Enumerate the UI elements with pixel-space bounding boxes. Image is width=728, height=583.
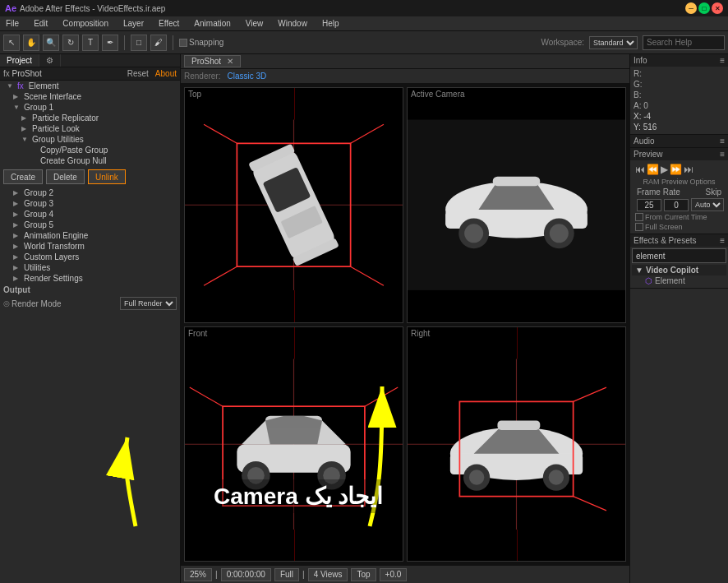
menu-help[interactable]: Help xyxy=(320,19,342,28)
btn-row: Create Delete Unlink xyxy=(0,166,180,187)
effects-item-video-copilot[interactable]: ▼ Video Copilot xyxy=(632,265,726,275)
tree-scene-interface[interactable]: ▶ Scene Interface xyxy=(0,91,180,102)
tree-group5[interactable]: ▶ Group 5 xyxy=(0,220,180,230)
tree-group2[interactable]: ▶ Group 2 xyxy=(0,187,180,198)
snapping-checkbox[interactable] xyxy=(179,39,187,47)
ec-reset-btn[interactable]: Reset xyxy=(127,69,149,78)
menu-animation[interactable]: Animation xyxy=(191,19,233,28)
menu-composition[interactable]: Composition xyxy=(60,19,111,28)
timecode-display[interactable]: 0:00:00:00 xyxy=(221,568,271,581)
tree-create-group-null[interactable]: ▶ Create Group Null xyxy=(0,155,180,166)
tree-custom-layers[interactable]: ▶ Custom Layers xyxy=(0,252,180,262)
unlink-button[interactable]: Unlink xyxy=(88,169,126,184)
menu-layer[interactable]: Layer xyxy=(121,19,146,28)
ram-preview-options[interactable]: RAM Preview Options xyxy=(634,177,725,187)
menu-edit[interactable]: Edit xyxy=(31,19,50,28)
resolution-select[interactable]: Auto xyxy=(691,198,724,211)
skip-input[interactable] xyxy=(664,199,689,211)
menu-effect[interactable]: Effect xyxy=(156,19,182,28)
tab-effect-controls[interactable]: ⚙ xyxy=(39,54,61,67)
preview-content: ⏮ ⏪ ▶ ⏩ ⏭ RAM Preview Options Frame Rate… xyxy=(630,160,728,234)
tree-arrow-root: ▼ xyxy=(7,82,15,90)
tree-group3[interactable]: ▶ Group 3 xyxy=(0,198,180,209)
car-right-view xyxy=(408,327,625,562)
preview-prev-frame[interactable]: ⏪ xyxy=(647,164,659,175)
preview-play[interactable]: ▶ xyxy=(661,164,668,175)
tree-root-label: Element xyxy=(29,81,59,90)
tool-zoom[interactable]: 🔍 xyxy=(43,35,59,51)
effects-presets-header[interactable]: Effects & Presets ≡ xyxy=(630,234,728,247)
comp-tab-proshot[interactable]: ProShot ✕ xyxy=(184,55,241,67)
viewport-top-label: Top xyxy=(188,90,201,99)
comp-tab-close[interactable]: ✕ xyxy=(227,57,233,66)
zoom-select[interactable]: 25% xyxy=(184,568,212,581)
footer-plus[interactable]: +0.0 xyxy=(380,568,408,581)
workspace-select[interactable]: Standard xyxy=(589,36,638,49)
minimize-button[interactable]: ─ xyxy=(685,2,697,14)
tree-world-transform[interactable]: ▶ World Transform xyxy=(0,241,180,252)
panel-tabs: Project ⚙ xyxy=(0,54,180,67)
tree-group1[interactable]: ▼ Group 1 xyxy=(0,102,180,113)
create-button[interactable]: Create xyxy=(3,169,43,184)
skip-label: Skip xyxy=(706,187,721,197)
tool-text[interactable]: T xyxy=(82,35,99,51)
preview-skip-back[interactable]: ⏮ xyxy=(635,164,645,175)
tab-project[interactable]: Project xyxy=(0,54,39,67)
tree-render-settings[interactable]: ▶ Render Settings xyxy=(0,273,180,284)
info-x-row: X: -4 xyxy=(634,111,725,122)
svg-point-18 xyxy=(464,224,483,243)
menu-view[interactable]: View xyxy=(243,19,266,28)
footer-sep1: | xyxy=(215,570,218,579)
menu-file[interactable]: File xyxy=(3,19,21,28)
tool-rotate[interactable]: ↻ xyxy=(62,35,79,51)
frame-rate-input[interactable] xyxy=(637,199,661,211)
viewport-front[interactable]: Front xyxy=(184,326,403,562)
menu-window[interactable]: Window xyxy=(275,19,310,28)
preview-controls: ⏮ ⏪ ▶ ⏩ ⏭ xyxy=(634,162,725,177)
effects-item-element[interactable]: ⬡ Element xyxy=(632,275,726,286)
tree-arrow-cgn: ▶ xyxy=(30,157,38,164)
tree-utilities[interactable]: ▶ Utilities xyxy=(0,262,180,273)
render-mode-select[interactable]: Full Render xyxy=(120,297,177,310)
quality-select[interactable]: Full xyxy=(274,568,299,581)
tool-select[interactable]: ↖ xyxy=(3,35,20,51)
ec-about-btn[interactable]: About xyxy=(155,69,177,78)
viewport-right[interactable]: Right xyxy=(407,326,626,562)
title-bar-controls[interactable]: ─ □ ✕ xyxy=(685,2,723,14)
preview-skip-fwd[interactable]: ⏭ xyxy=(684,164,693,175)
full-screen-checkbox[interactable] xyxy=(635,223,643,231)
audio-header[interactable]: Audio ≡ xyxy=(630,135,728,147)
tree-group4[interactable]: ▶ Group 4 xyxy=(0,209,180,220)
viewport-grid: Top xyxy=(181,84,629,565)
toolbar-sep2 xyxy=(173,35,173,50)
tool-pen[interactable]: ✒ xyxy=(102,35,118,51)
info-y-val: Y: 516 xyxy=(634,123,657,132)
tool-hand[interactable]: ✋ xyxy=(23,35,39,51)
tree-anim-engine[interactable]: ▶ Animation Engine xyxy=(0,230,180,241)
preview-next-frame[interactable]: ⏩ xyxy=(670,164,682,175)
info-b-row: B: xyxy=(634,90,725,100)
tree-copy-paste[interactable]: ▶ Copy/Paste Group xyxy=(0,145,180,155)
view-mode-select[interactable]: 4 Views xyxy=(308,568,348,581)
app-container: Ae Adobe After Effects - VideoEffects.ir… xyxy=(0,0,728,583)
tree-particle-look[interactable]: ▶ Particle Look xyxy=(0,123,180,134)
close-button[interactable]: ✕ xyxy=(712,2,723,14)
delete-button[interactable]: Delete xyxy=(46,169,85,184)
maximize-button[interactable]: □ xyxy=(698,2,710,14)
info-header[interactable]: Info ≡ xyxy=(630,54,728,67)
effects-search-input[interactable] xyxy=(632,248,726,263)
svg-point-20 xyxy=(550,224,569,243)
tree-particle-rep[interactable]: ▶ Particle Replicator xyxy=(0,113,180,123)
tool-shape[interactable]: □ xyxy=(131,35,147,51)
tree-root[interactable]: ▼ fx Element xyxy=(0,81,180,91)
tree-group-utilities[interactable]: ▼ Group Utilities xyxy=(0,134,180,145)
search-help-input[interactable] xyxy=(643,35,725,50)
preview-header[interactable]: Preview ≡ xyxy=(630,148,728,160)
viewport-active-camera[interactable]: Active Camera xyxy=(407,87,626,323)
renderer-value[interactable]: Classic 3D xyxy=(227,72,266,81)
tree-ae-label: Animation Engine xyxy=(24,231,88,240)
view-label-select[interactable]: Top xyxy=(351,568,376,581)
viewport-top[interactable]: Top xyxy=(184,87,403,323)
tool-paint[interactable]: 🖌 xyxy=(150,35,167,51)
from-current-checkbox[interactable] xyxy=(635,213,643,221)
